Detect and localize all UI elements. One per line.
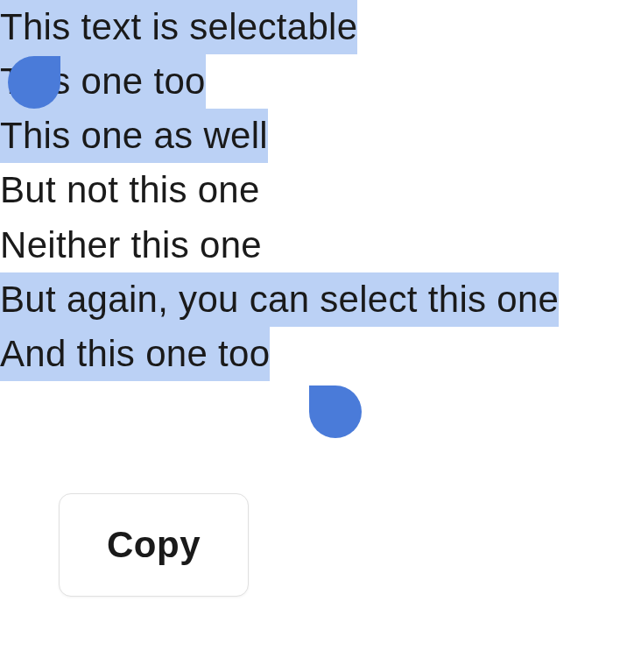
- context-menu: Copy: [59, 493, 249, 597]
- text-line[interactable]: And this one too: [0, 327, 270, 381]
- selection-handle-start-icon[interactable]: [8, 56, 60, 109]
- text-line[interactable]: This one as well: [0, 109, 268, 163]
- selection-handle-end-icon[interactable]: [309, 386, 362, 438]
- copy-button[interactable]: Copy: [107, 524, 201, 566]
- text-line[interactable]: But again, you can select this one: [0, 272, 559, 327]
- text-content-area[interactable]: This text is selectable This one too Thi…: [0, 0, 634, 381]
- text-line[interactable]: But not this one: [0, 163, 260, 217]
- text-line[interactable]: This text is selectable: [0, 0, 357, 54]
- text-line[interactable]: Neither this one: [0, 218, 262, 272]
